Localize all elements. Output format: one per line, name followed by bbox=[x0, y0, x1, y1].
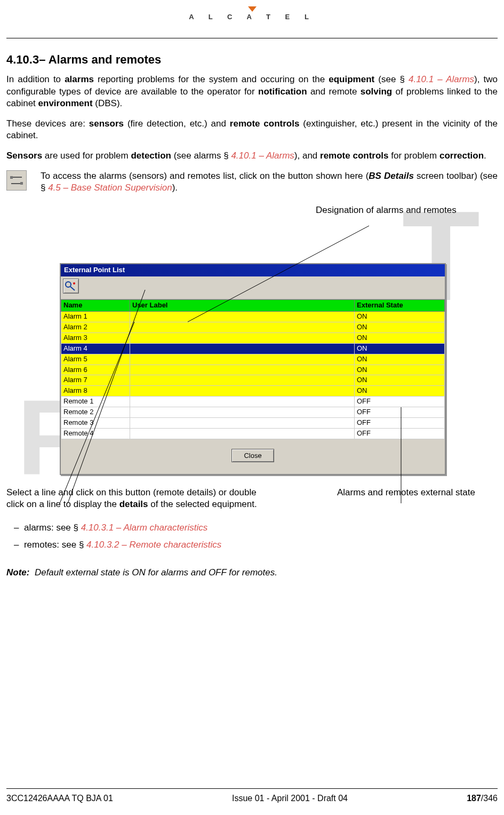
svg-rect-3 bbox=[20, 182, 23, 185]
table-row[interactable]: Alarm 8ON bbox=[61, 386, 445, 397]
window-titlebar: External Point List bbox=[61, 264, 445, 276]
list-item: – remotes: see § 4.10.3.2 – Remote chara… bbox=[14, 539, 498, 551]
footer-doc-ref: 3CC12426AAAA TQ BJA 01 bbox=[6, 793, 113, 804]
section-heading: 4.10.3– Alarms and remotes bbox=[6, 52, 498, 68]
cross-ref: 4.10.3.2 – Remote characteristics bbox=[86, 540, 221, 550]
svg-point-10 bbox=[73, 282, 75, 284]
external-point-table[interactable]: Name User Label External State Alarm 1ON… bbox=[61, 299, 445, 439]
note: Note: Default external state is ON for a… bbox=[6, 567, 498, 579]
logo-triangle-icon bbox=[248, 6, 257, 12]
window-toolbar bbox=[61, 276, 445, 299]
callout-select-details: Select a line and click on this button (… bbox=[6, 487, 273, 510]
table-row[interactable]: Alarm 6ON bbox=[61, 365, 445, 375]
footer-page: 187/346 bbox=[467, 793, 498, 804]
callout-designation: Designation of alarms and remotes bbox=[316, 204, 457, 216]
table-row[interactable]: Remote 2OFF bbox=[61, 407, 445, 418]
col-user-label[interactable]: User Label bbox=[130, 300, 355, 312]
close-button[interactable]: Close bbox=[231, 449, 274, 462]
paragraph-3: Sensors are used for problem detection (… bbox=[6, 150, 498, 162]
table-row[interactable]: Alarm 3ON bbox=[61, 333, 445, 343]
table-row[interactable]: Alarm 5ON bbox=[61, 354, 445, 365]
table-row[interactable]: Alarm 1ON bbox=[61, 312, 445, 322]
col-name[interactable]: Name bbox=[61, 300, 130, 312]
table-row[interactable]: Remote 3OFF bbox=[61, 418, 445, 429]
page-footer: 3CC12426AAAA TQ BJA 01 Issue 01 - April … bbox=[6, 788, 498, 804]
details-toolbar-icon bbox=[6, 170, 27, 191]
svg-line-9 bbox=[70, 287, 75, 290]
callout-external-state: Alarms and remotes external state bbox=[316, 487, 498, 510]
external-point-list-window: External Point List Name User Label Exte… bbox=[60, 263, 446, 475]
header-rule bbox=[6, 38, 498, 38]
cross-ref: 4.10.1 – Alarms bbox=[231, 151, 294, 161]
logo-text: A L C A T E L bbox=[6, 13, 498, 22]
table-row[interactable]: Alarm 2ON bbox=[61, 322, 445, 333]
icon-paragraph: To access the alarms (sensors) and remot… bbox=[41, 170, 498, 194]
svg-rect-2 bbox=[10, 176, 13, 179]
table-row[interactable]: Alarm 4ON bbox=[61, 343, 445, 354]
list-item: – alarms: see § 4.10.3.1 – Alarm charact… bbox=[14, 522, 498, 534]
remote-details-button[interactable] bbox=[63, 279, 79, 294]
table-row[interactable]: Remote 1OFF bbox=[61, 397, 445, 407]
brand-logo: A L C A T E L bbox=[6, 6, 498, 22]
cross-ref: 4.5 – Base Station Supervision bbox=[48, 183, 172, 193]
cross-ref: 4.10.1 – Alarms bbox=[409, 74, 474, 84]
footer-issue: Issue 01 - April 2001 - Draft 04 bbox=[232, 793, 348, 804]
table-row[interactable]: Alarm 7ON bbox=[61, 375, 445, 386]
cross-ref: 4.10.3.1 – Alarm characteristics bbox=[81, 523, 207, 533]
col-external-state[interactable]: External State bbox=[355, 300, 445, 312]
paragraph-2: These devices are: sensors (fire detecti… bbox=[6, 118, 498, 141]
paragraph-1: In addition to alarms reporting problems… bbox=[6, 74, 498, 109]
svg-point-8 bbox=[66, 282, 71, 287]
table-row[interactable]: Remote 4OFF bbox=[61, 428, 445, 439]
